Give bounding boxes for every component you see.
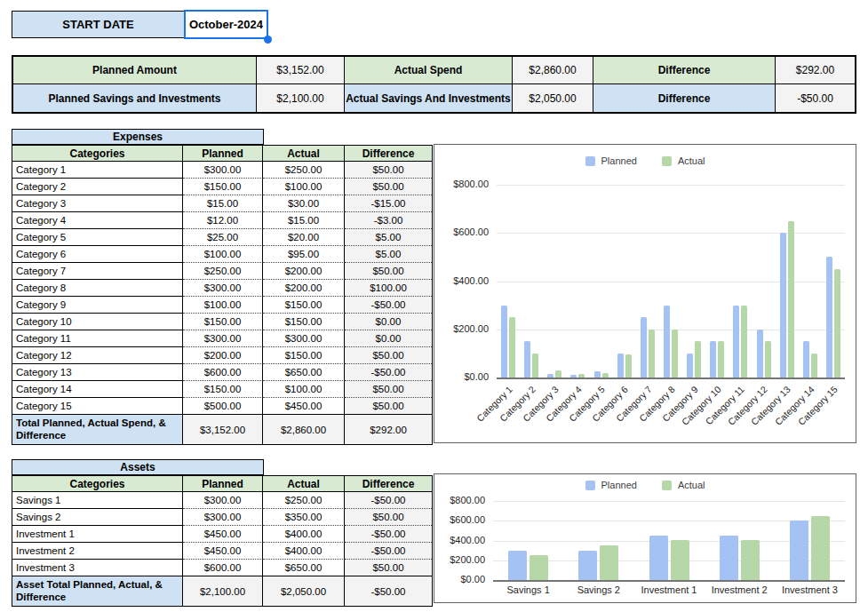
planned-cell[interactable]: $300.00 bbox=[183, 330, 263, 347]
category-cell[interactable]: Category 11 bbox=[12, 330, 183, 347]
header-categories[interactable]: Categories bbox=[12, 146, 183, 162]
planned-cell[interactable]: $150.00 bbox=[183, 179, 263, 195]
category-cell[interactable]: Savings 1 bbox=[12, 492, 183, 509]
difference-cell[interactable]: $50.00 bbox=[345, 398, 432, 415]
category-cell[interactable]: Category 8 bbox=[12, 280, 183, 297]
header-difference[interactable]: Difference bbox=[345, 476, 432, 492]
expenses-total-difference[interactable]: $292.00 bbox=[345, 415, 432, 444]
difference-cell[interactable]: $0.00 bbox=[345, 314, 432, 330]
expenses-total-label[interactable]: Total Planned, Actual Spend, & Differenc… bbox=[12, 415, 183, 444]
planned-cell[interactable]: $600.00 bbox=[183, 364, 263, 381]
start-date-label-cell[interactable]: START DATE bbox=[12, 11, 185, 38]
assets-chart[interactable]: $0.00$200.00$400.00$600.00$800.00Planned… bbox=[434, 473, 856, 603]
header-difference[interactable]: Difference bbox=[345, 146, 432, 162]
header-actual[interactable]: Actual bbox=[263, 476, 345, 492]
header-planned[interactable]: Planned bbox=[183, 476, 263, 492]
difference-cell[interactable]: $50.00 bbox=[345, 263, 432, 280]
planned-cell[interactable]: $300.00 bbox=[183, 509, 263, 526]
summary-value-savings-difference[interactable]: -$50.00 bbox=[776, 84, 855, 112]
planned-cell[interactable]: $250.00 bbox=[183, 263, 263, 280]
actual-cell[interactable]: $350.00 bbox=[263, 509, 345, 526]
summary-value-planned-savings[interactable]: $2,100.00 bbox=[257, 84, 345, 112]
actual-cell[interactable]: $650.00 bbox=[263, 560, 345, 576]
difference-cell[interactable]: $5.00 bbox=[345, 246, 432, 263]
actual-cell[interactable]: $150.00 bbox=[263, 347, 345, 364]
actual-cell[interactable]: $300.00 bbox=[263, 330, 345, 347]
planned-cell[interactable]: $450.00 bbox=[183, 526, 263, 543]
difference-cell[interactable]: -$3.00 bbox=[345, 212, 432, 229]
category-cell[interactable]: Investment 3 bbox=[12, 560, 183, 576]
actual-cell[interactable]: $400.00 bbox=[263, 526, 345, 543]
category-cell[interactable]: Category 3 bbox=[12, 195, 183, 212]
category-cell[interactable]: Savings 2 bbox=[12, 509, 183, 526]
difference-cell[interactable]: $50.00 bbox=[345, 162, 432, 179]
actual-cell[interactable]: $200.00 bbox=[263, 280, 345, 297]
assets-total-actual[interactable]: $2,050.00 bbox=[263, 576, 345, 606]
category-cell[interactable]: Category 5 bbox=[12, 229, 183, 246]
planned-cell[interactable]: $150.00 bbox=[183, 314, 263, 330]
difference-cell[interactable]: $100.00 bbox=[345, 280, 432, 297]
category-cell[interactable]: Category 10 bbox=[12, 314, 183, 330]
category-cell[interactable]: Category 1 bbox=[12, 162, 183, 179]
planned-cell[interactable]: $100.00 bbox=[183, 246, 263, 263]
difference-cell[interactable]: -$15.00 bbox=[345, 195, 432, 212]
actual-cell[interactable]: $250.00 bbox=[263, 162, 345, 179]
category-cell[interactable]: Category 14 bbox=[12, 381, 183, 398]
actual-cell[interactable]: $200.00 bbox=[263, 263, 345, 280]
actual-cell[interactable]: $650.00 bbox=[263, 364, 345, 381]
header-actual[interactable]: Actual bbox=[263, 146, 345, 162]
summary-label-planned-savings[interactable]: Planned Savings and Investments bbox=[13, 84, 257, 112]
actual-cell[interactable]: $100.00 bbox=[263, 179, 345, 195]
actual-cell[interactable]: $30.00 bbox=[263, 195, 345, 212]
planned-cell[interactable]: $300.00 bbox=[183, 492, 263, 509]
summary-value-actual-spend[interactable]: $2,860.00 bbox=[513, 57, 593, 84]
planned-cell[interactable]: $300.00 bbox=[183, 162, 263, 179]
assets-total-difference[interactable]: -$50.00 bbox=[345, 576, 432, 606]
actual-cell[interactable]: $450.00 bbox=[263, 398, 345, 415]
summary-label-actual-savings[interactable]: Actual Savings And Investments bbox=[345, 84, 513, 112]
actual-cell[interactable]: $250.00 bbox=[263, 492, 345, 509]
summary-label-savings-difference[interactable]: Difference bbox=[593, 84, 776, 112]
category-cell[interactable]: Category 15 bbox=[12, 398, 183, 415]
summary-value-difference[interactable]: $292.00 bbox=[776, 57, 855, 84]
difference-cell[interactable]: $0.00 bbox=[345, 330, 432, 347]
summary-value-planned-amount[interactable]: $3,152.00 bbox=[257, 57, 345, 84]
planned-cell[interactable]: $15.00 bbox=[183, 195, 263, 212]
expenses-chart[interactable]: $0.00$200.00$400.00$600.00$800.00Planned… bbox=[434, 144, 856, 443]
difference-cell[interactable]: -$50.00 bbox=[345, 297, 432, 314]
category-cell[interactable]: Category 6 bbox=[12, 246, 183, 263]
summary-value-actual-savings[interactable]: $2,050.00 bbox=[513, 84, 593, 112]
start-date-value-cell[interactable]: October-2024 bbox=[184, 10, 268, 39]
planned-cell[interactable]: $25.00 bbox=[183, 229, 263, 246]
assets-banner[interactable]: Assets bbox=[12, 459, 264, 475]
category-cell[interactable]: Category 9 bbox=[12, 297, 183, 314]
planned-cell[interactable]: $200.00 bbox=[183, 347, 263, 364]
expenses-total-planned[interactable]: $3,152.00 bbox=[183, 415, 263, 444]
planned-cell[interactable]: $100.00 bbox=[183, 297, 263, 314]
expenses-total-actual[interactable]: $2,860.00 bbox=[263, 415, 345, 444]
category-cell[interactable]: Category 4 bbox=[12, 212, 183, 229]
category-cell[interactable]: Category 13 bbox=[12, 364, 183, 381]
difference-cell[interactable]: -$50.00 bbox=[345, 492, 432, 509]
category-cell[interactable]: Category 12 bbox=[12, 347, 183, 364]
category-cell[interactable]: Investment 2 bbox=[12, 543, 183, 560]
actual-cell[interactable]: $150.00 bbox=[263, 297, 345, 314]
actual-cell[interactable]: $150.00 bbox=[263, 314, 345, 330]
expenses-banner[interactable]: Expenses bbox=[12, 129, 264, 145]
difference-cell[interactable]: -$50.00 bbox=[345, 526, 432, 543]
header-planned[interactable]: Planned bbox=[183, 146, 263, 162]
difference-cell[interactable]: -$50.00 bbox=[345, 364, 432, 381]
assets-total-label[interactable]: Asset Total Planned, Actual, & Differenc… bbox=[12, 576, 183, 606]
summary-label-planned-amount[interactable]: Planned Amount bbox=[13, 57, 257, 84]
selection-handle[interactable] bbox=[264, 36, 272, 44]
header-categories[interactable]: Categories bbox=[12, 476, 183, 492]
planned-cell[interactable]: $500.00 bbox=[183, 398, 263, 415]
difference-cell[interactable]: $5.00 bbox=[345, 229, 432, 246]
difference-cell[interactable]: $50.00 bbox=[345, 509, 432, 526]
actual-cell[interactable]: $95.00 bbox=[263, 246, 345, 263]
actual-cell[interactable]: $15.00 bbox=[263, 212, 345, 229]
difference-cell[interactable]: $50.00 bbox=[345, 179, 432, 195]
difference-cell[interactable]: $50.00 bbox=[345, 560, 432, 576]
category-cell[interactable]: Investment 1 bbox=[12, 526, 183, 543]
assets-total-planned[interactable]: $2,100.00 bbox=[183, 576, 263, 606]
